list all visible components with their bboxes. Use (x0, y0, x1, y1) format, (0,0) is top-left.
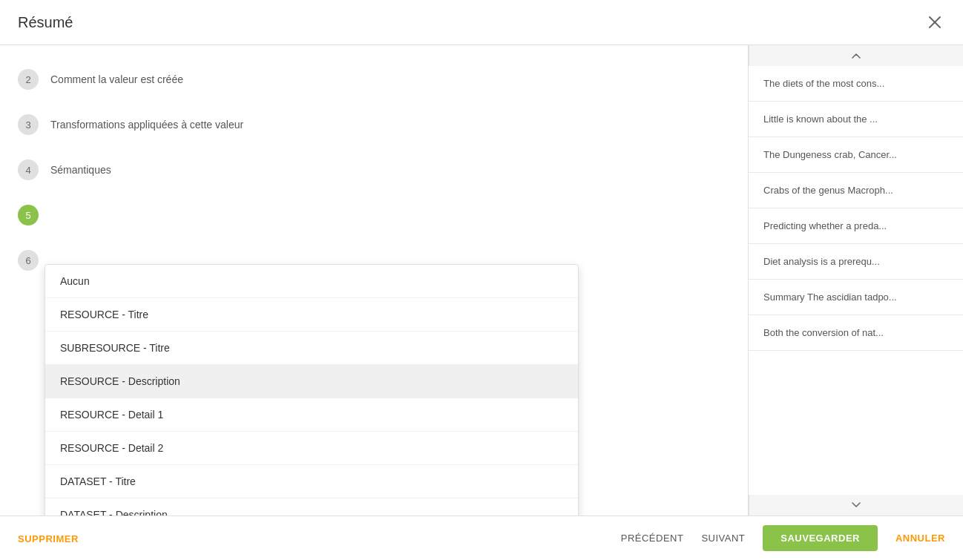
result-item-3[interactable]: Crabs of the genus Macroph... (749, 173, 963, 208)
right-panel: The diets of the most cons... Little is … (748, 45, 963, 515)
prev-button[interactable]: PRÉCÉDENT (621, 533, 684, 544)
cancel-button[interactable]: ANNULER (895, 533, 945, 544)
footer-right: PRÉCÉDENT SUIVANT SAUVEGARDER ANNULER (621, 525, 945, 551)
dialog: Résumé 2 Comment la valeur est créée 3 T… (0, 0, 963, 560)
result-item-6[interactable]: Summary The ascidian tadpo... (749, 280, 963, 315)
dropdown-item-dataset-description[interactable]: DATASET - Description (45, 498, 578, 515)
step-number-4: 4 (18, 159, 39, 180)
results-list: The diets of the most cons... Little is … (749, 66, 963, 495)
scroll-up-button[interactable] (749, 45, 963, 66)
dropdown-item-resource-description[interactable]: RESOURCE - Description (45, 365, 578, 398)
step-number-6: 6 (18, 250, 39, 271)
dialog-header: Résumé (0, 0, 963, 45)
step-number-5: 5 (18, 205, 39, 225)
delete-button[interactable]: SUPPRIMER (18, 533, 79, 544)
step-number-2: 2 (18, 69, 39, 90)
step-item-2: 2 Comment la valeur est créée (18, 57, 730, 102)
result-item-5[interactable]: Diet analysis is a prerequ... (749, 244, 963, 280)
dropdown-item-aucun[interactable]: Aucun (45, 265, 578, 298)
dialog-footer: SUPPRIMER PRÉCÉDENT SUIVANT SAUVEGARDER … (0, 515, 963, 560)
footer-left: SUPPRIMER (18, 533, 79, 544)
step-item-3: 3 Transformations appliquées à cette val… (18, 102, 730, 148)
result-item-4[interactable]: Predicting whether a preda... (749, 208, 963, 244)
scroll-down-button[interactable] (749, 495, 963, 515)
dropdown-item-resource-titre[interactable]: RESOURCE - Titre (45, 298, 578, 332)
dialog-body: 2 Comment la valeur est créée 3 Transfor… (0, 45, 963, 515)
dialog-title: Résumé (18, 14, 73, 31)
result-item-0[interactable]: The diets of the most cons... (749, 66, 963, 102)
step-item-4: 4 Sémantiques (18, 148, 730, 193)
step-item-5: 5 (18, 193, 730, 238)
dropdown-item-subresource-titre[interactable]: SUBRESOURCE - Titre (45, 332, 578, 365)
result-item-1[interactable]: Little is known about the ... (749, 102, 963, 137)
save-button[interactable]: SAUVEGARDER (763, 525, 878, 551)
dropdown-item-resource-detail2[interactable]: RESOURCE - Detail 2 (45, 432, 578, 465)
dropdown-menu: Aucun RESOURCE - Titre SUBRESOURCE - Tit… (45, 264, 579, 515)
dropdown-item-resource-detail1[interactable]: RESOURCE - Detail 1 (45, 398, 578, 432)
left-panel: 2 Comment la valeur est créée 3 Transfor… (0, 45, 748, 515)
step-label-2: Comment la valeur est créée (50, 73, 183, 85)
step-label-3: Transformations appliquées à cette valeu… (50, 119, 243, 131)
close-icon (927, 15, 942, 30)
close-button[interactable] (924, 12, 945, 33)
result-item-2[interactable]: The Dungeness crab, Cancer... (749, 137, 963, 173)
result-item-7[interactable]: Both the conversion of nat... (749, 315, 963, 351)
dropdown-item-dataset-titre[interactable]: DATASET - Titre (45, 465, 578, 498)
step-number-3: 3 (18, 114, 39, 135)
chevron-down-icon (852, 502, 861, 508)
chevron-up-icon (852, 53, 861, 59)
step-label-4: Sémantiques (50, 164, 111, 176)
next-button[interactable]: SUIVANT (701, 533, 745, 544)
